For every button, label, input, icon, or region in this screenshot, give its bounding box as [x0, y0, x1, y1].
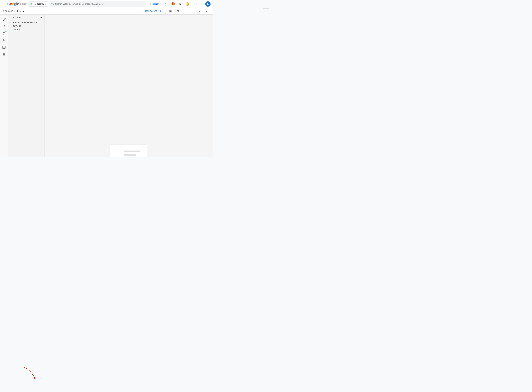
- monitor-icon[interactable]: ▣: [167, 8, 173, 14]
- cloud-shell-subtitle: CLOUD SHELL: [3, 10, 15, 12]
- activity-source-control[interactable]: [1, 30, 7, 37]
- sidebar-item-project[interactable]: › EURONCLEGANE_666674: [8, 21, 44, 24]
- svg-rect-9: [2, 46, 4, 47]
- svg-marker-7: [3, 39, 5, 41]
- svg-rect-11: [2, 47, 4, 49]
- project-selector[interactable]: test-aidemy ▾: [28, 1, 48, 7]
- project-name: test-aidemy: [33, 3, 44, 5]
- svg-point-4: [3, 34, 4, 34]
- welcome-illustration: [110, 145, 147, 157]
- illus-line-2: [124, 154, 136, 156]
- illus-right-panel: [121, 145, 147, 157]
- gift-icon[interactable]: 🎁: [170, 1, 176, 7]
- sidebar-project-label: EURONCLEGANE_666674: [13, 21, 37, 23]
- project-status-dot: [30, 3, 32, 5]
- chevron-right-icon-timeline: ›: [10, 29, 12, 31]
- cloud-shell-icon[interactable]: ▣: [177, 1, 183, 7]
- illus-left-panel: [110, 145, 121, 157]
- activity-testing[interactable]: [1, 51, 7, 57]
- hamburger-menu[interactable]: [2, 2, 6, 6]
- nav-icons: ✦ 🎁 ▣ 🔔 ? ⋮ E: [163, 1, 211, 7]
- activity-search[interactable]: [1, 23, 7, 29]
- more-options-icon[interactable]: ⋮: [198, 1, 204, 7]
- chevron-down-icon: ▾: [45, 3, 46, 5]
- activity-explorer[interactable]: [1, 16, 7, 23]
- svg-rect-12: [4, 47, 5, 49]
- google-g-icon: Google: [7, 2, 19, 6]
- sidebar-more-icon[interactable]: ⋯: [39, 16, 42, 19]
- close-icon[interactable]: ×: [204, 8, 210, 14]
- svg-rect-8: [3, 39, 3, 41]
- svg-point-6: [3, 32, 4, 33]
- activity-extensions[interactable]: [1, 44, 7, 51]
- avatar[interactable]: E: [205, 1, 211, 7]
- terminal-icon: ⌨: [145, 10, 149, 13]
- illus-line-1: [124, 150, 140, 152]
- sidebar-item-outline[interactable]: › OUTLINE: [8, 24, 44, 28]
- search-button[interactable]: 🔍 Search: [147, 1, 161, 7]
- cloud-word: Cloud: [20, 3, 26, 5]
- editor-container: ✦ EXPLORER ⋯ › EURONCLEGANE_666674 › OUT…: [0, 15, 212, 157]
- svg-point-5: [4, 32, 5, 33]
- main-content: Show All Commands ⇧ ⌘ P Go to File ⌘ P: [44, 15, 212, 157]
- sidebar-timeline-label: TIMELINE: [13, 29, 22, 31]
- sidebar-title: EXPLORER: [10, 17, 21, 19]
- minimize-icon[interactable]: −: [189, 8, 195, 14]
- layout-icon[interactable]: ⊟: [175, 8, 181, 14]
- chevron-right-icon: ›: [10, 22, 12, 23]
- sidebar: EXPLORER ⋯ › EURONCLEGANE_666674 › OUTLI…: [8, 15, 44, 157]
- activity-bar: ✦: [0, 15, 8, 157]
- sidebar-header: EXPLORER ⋯: [8, 15, 44, 21]
- external-link-icon[interactable]: ⤢: [197, 8, 202, 14]
- more-menu-icon[interactable]: ⋮: [182, 8, 188, 14]
- svg-rect-10: [4, 46, 5, 47]
- sidebar-header-icons: ⋯: [39, 16, 42, 19]
- cloud-shell-title: Editor: [17, 10, 24, 13]
- cloud-shell-toolbar: ⌨ Open Terminal ▣ ⊟ ⋮ − ⤢ ×: [143, 8, 210, 14]
- open-terminal-button[interactable]: ⌨ Open Terminal: [143, 9, 166, 14]
- sidebar-item-timeline[interactable]: › TIMELINE: [8, 28, 44, 32]
- editor-area: Show All Commands ⇧ ⌘ P Go to File ⌘ P: [44, 15, 212, 157]
- welcome-screen: Show All Commands ⇧ ⌘ P Go to File ⌘ P: [44, 15, 212, 157]
- search-btn-icon: 🔍: [149, 3, 152, 5]
- svg-rect-0: [3, 18, 4, 21]
- cloud-shell-header: CLOUD SHELL Editor ⌨ Open Terminal ▣ ⊟ ⋮…: [0, 8, 212, 15]
- svg-rect-1: [4, 18, 5, 19]
- sidebar-outline-label: OUTLINE: [13, 25, 21, 27]
- google-cloud-logo: Google Google Cloud Cloud: [7, 2, 26, 6]
- bell-icon[interactable]: 🔔: [185, 1, 191, 7]
- help-icon[interactable]: ?: [192, 2, 197, 6]
- global-search-bar[interactable]: 🔍: [49, 1, 146, 7]
- top-nav: Google Google Cloud Cloud test-aidemy ▾ …: [0, 0, 212, 8]
- search-icon: 🔍: [51, 3, 54, 5]
- activity-run-debug[interactable]: [1, 37, 7, 43]
- sparkle-icon[interactable]: ✦: [163, 1, 169, 7]
- search-input[interactable]: [55, 3, 143, 5]
- svg-line-3: [5, 27, 5, 28]
- open-terminal-label: Open Terminal: [150, 10, 164, 12]
- search-btn-label: Search: [152, 3, 159, 5]
- svg-point-2: [3, 25, 5, 27]
- chevron-right-icon-outline: ›: [10, 25, 12, 27]
